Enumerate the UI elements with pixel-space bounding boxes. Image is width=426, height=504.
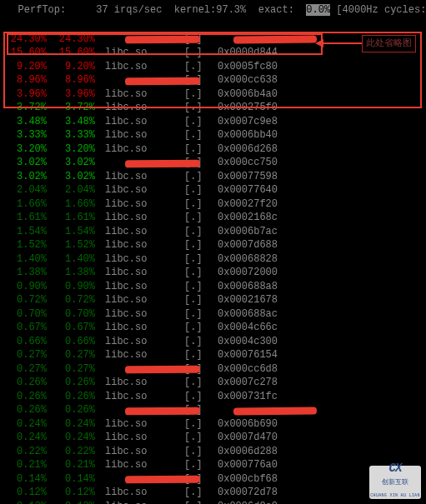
shared-object: libc.so (97, 280, 184, 294)
symbol-address: 0x000275f0 (218, 101, 426, 115)
overhead-pct-2: 0.21% (48, 458, 97, 472)
shared-object: libc.so (97, 500, 184, 505)
overhead-pct-2: 0.26% (48, 390, 97, 404)
table-row: 0.66%0.66%libc.so[.]0x0004c300 (0, 335, 426, 349)
header-exact-value: 0.0% (306, 4, 330, 16)
table-row: 0.12%0.12%libc.so[.]0x0006d0e0 (0, 500, 426, 505)
overhead-pct: 3.20% (0, 142, 48, 157)
shared-object: libc.so (97, 266, 184, 280)
symbol-address: 0x0006d268 (218, 142, 426, 157)
overhead-pct: 1.61% (0, 211, 48, 225)
overhead-pct-2: 3.72% (48, 101, 97, 115)
overhead-pct: 0.70% (0, 307, 48, 322)
shared-object: libc.so (97, 321, 184, 335)
overhead-pct-2: 3.48% (48, 115, 97, 129)
overhead-pct-2: 0.90% (48, 280, 97, 294)
overhead-pct: 0.90% (0, 280, 48, 294)
table-row: 1.40%1.40%libc.so[.]0x00068828 (0, 252, 426, 267)
overhead-pct-2: 0.12% (48, 500, 97, 505)
overhead-pct-2: 0.26% (48, 376, 97, 390)
overhead-pct: 0.12% (0, 500, 48, 505)
overhead-pct-2: 1.52% (48, 238, 97, 252)
watermark: CX 创新互联 CHUANG XIN HU LIAN (369, 466, 421, 499)
symbol-address: 0x00068828 (218, 252, 426, 267)
overhead-pct: 0.22% (0, 445, 48, 459)
overhead-pct: 1.52% (0, 238, 48, 252)
overhead-pct-2: 0.70% (48, 307, 97, 322)
bracket-dot: [.] (184, 197, 218, 212)
bracket-dot: [.] (184, 458, 218, 472)
bracket-dot: [.] (184, 115, 218, 129)
overhead-pct-2: 3.33% (48, 128, 97, 142)
table-row: 0.22%0.22%libc.so[.]0x0006d288 (0, 445, 426, 459)
symbol-address: 0x000688a8 (218, 280, 426, 294)
symbol-address: 0x0007d688 (218, 238, 426, 252)
symbol-address: 0x00021678 (218, 293, 426, 307)
overhead-pct: 0.12% (0, 486, 48, 500)
overhead-pct: 0.67% (0, 321, 48, 335)
shared-object: libc.so (97, 445, 184, 459)
table-row: 0.70%0.70%libc.so[.]0x000688ac (0, 307, 426, 322)
table-row: 2.04%2.04%libc.so[.]0x00077640 (0, 183, 426, 197)
symbol-address: 0x00072000 (218, 266, 426, 280)
shared-object: libc.so (97, 390, 184, 404)
symbol-address: 0x000cc638 (218, 73, 426, 87)
overhead-pct: 3.02% (0, 170, 48, 184)
bracket-dot: [.] (184, 238, 218, 252)
shared-object: libc.so (97, 335, 184, 349)
overhead-pct: 2.04% (0, 183, 48, 197)
overhead-pct: 3.48% (0, 115, 48, 129)
overhead-pct: 0.21% (0, 458, 48, 472)
bracket-dot: [.] (184, 252, 218, 267)
table-row: 0.26%0.26%libc.so[.]0x000731fc (0, 390, 426, 404)
overhead-pct: 0.72% (0, 293, 48, 307)
overhead-pct-2: 3.02% (48, 156, 97, 170)
watermark-logo: CX (389, 462, 402, 476)
symbol-address: 0x0002168c (218, 211, 426, 225)
symbol-address: 0x0007d470 (218, 431, 426, 445)
overhead-pct: 0.66% (0, 335, 48, 349)
redaction-stroke (125, 407, 200, 415)
overhead-pct-2: 2.04% (48, 183, 97, 197)
overhead-pct-2: 3.20% (48, 142, 97, 157)
overhead-pct-2: 0.22% (48, 445, 97, 459)
overhead-pct: 0.26% (0, 376, 48, 390)
shared-object: libc.so (97, 293, 184, 307)
bracket-dot: [.] (184, 87, 218, 102)
table-row: 3.72%3.72%libc.so[.]0x000275f0 (0, 101, 426, 115)
shared-object: libc.so (97, 431, 184, 445)
header-irqs: 37 irqs/sec (96, 4, 162, 16)
symbol-address: 0x000cc750 (218, 156, 426, 170)
overhead-pct-2: 24.30% (48, 32, 97, 47)
overhead-pct-2: 0.24% (48, 431, 97, 445)
shared-object: libc.so (97, 307, 184, 322)
shared-object: libc.so (97, 252, 184, 267)
bracket-dot: [.] (184, 307, 218, 322)
shared-object: libc.so (97, 376, 184, 390)
header-clock: [4000Hz cycles:ppp] (336, 4, 426, 16)
shared-object: libc.so (97, 486, 184, 500)
redaction-stroke (233, 407, 317, 415)
bracket-dot: [.] (184, 335, 218, 349)
table-row: 1.54%1.54%libc.so[.]0x0006b7ac (0, 225, 426, 239)
overhead-pct-2: 0.12% (48, 486, 97, 500)
table-row: 0.27%0.27%libc.so[.]0x00076154 (0, 348, 426, 362)
bracket-dot: [.] (184, 500, 218, 505)
table-row: 3.33%3.33%libc.so[.]0x0006bb40 (0, 128, 426, 142)
annotation-label: 此处省略图 (362, 35, 416, 52)
overhead-pct: 0.24% (0, 431, 48, 445)
symbol-address: 0x0005fc80 (218, 60, 426, 74)
overhead-pct: 0.14% (0, 472, 48, 487)
header: PerfTop: 37 irqs/sec kernel:97.3% exact:… (0, 0, 426, 17)
overhead-pct: 0.27% (0, 348, 48, 362)
bracket-dot: [.] (184, 142, 218, 157)
table-row: 1.52%1.52%libc.so[.]0x0007d688 (0, 238, 426, 252)
overhead-pct-2: 15.60% (48, 46, 97, 60)
overhead-pct-2: 1.40% (48, 252, 97, 267)
table-row: 3.02%3.02%[.]0x000cc750 (0, 156, 426, 170)
shared-object: libc.so (97, 128, 184, 142)
perf-top-window: PerfTop: 37 irqs/sec kernel:97.3% exact:… (0, 0, 426, 504)
bracket-dot: [.] (184, 417, 218, 432)
overhead-pct: 1.40% (0, 252, 48, 267)
shared-object: libc.so (97, 60, 184, 74)
